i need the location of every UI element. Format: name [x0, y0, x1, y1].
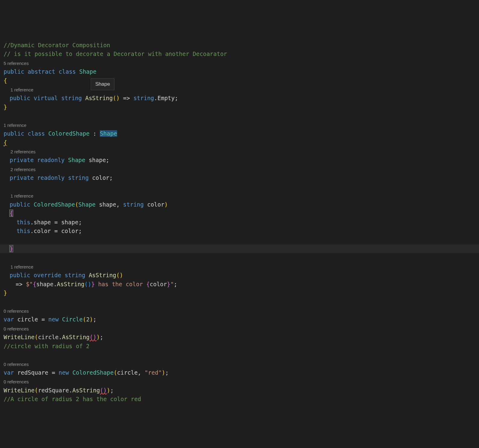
field-color: color — [34, 228, 51, 234]
param-color: color — [61, 228, 78, 234]
keyword-string: string — [61, 95, 82, 101]
type-coloredshape: ColoredShape — [72, 369, 114, 376]
error-squiggle: () — [90, 334, 96, 340]
keyword-public: public — [10, 95, 30, 101]
codelens-0-references[interactable]: 0 references — [4, 308, 29, 314]
keyword-class: class — [59, 68, 76, 75]
string-interp-open: $" — [26, 281, 33, 287]
method-asstring: AsString — [89, 272, 116, 278]
keyword-var: var — [4, 369, 14, 376]
keyword-readonly: readonly — [37, 157, 65, 163]
keyword-readonly: readonly — [37, 174, 65, 181]
codelens-0-references[interactable]: 0 references — [4, 362, 29, 367]
type-coloredshape: ColoredShape — [48, 130, 90, 137]
keyword-abstract: abstract — [28, 68, 55, 75]
var-redsquare: redSquare — [17, 369, 48, 376]
paren: () — [113, 95, 120, 101]
method-writeline: WriteLine — [4, 387, 35, 394]
type-shape-base: Shape — [100, 130, 117, 137]
keyword-string: string — [123, 201, 144, 208]
brace-close: } — [4, 104, 7, 110]
ctor-coloredshape: ColoredShape — [34, 201, 75, 208]
brace-close: } — [4, 290, 7, 296]
type-circle: Circle — [62, 316, 83, 323]
codelens-2-references[interactable]: 2 references — [11, 167, 35, 172]
keyword-public: public — [10, 272, 30, 278]
var-circle: circle — [38, 334, 59, 340]
brace-open: { — [4, 77, 7, 84]
brace-open: { — [10, 210, 13, 216]
method-asstring: AsString — [62, 334, 90, 340]
brace-close: } — [10, 245, 13, 252]
comment: // is it possible to decorate a Decorato… — [4, 51, 227, 57]
field-color: color — [150, 281, 167, 287]
semicolon: ; — [175, 95, 178, 101]
field-shape: shape — [34, 219, 51, 226]
number-2: 2 — [86, 316, 90, 323]
keyword-string: string — [133, 95, 154, 101]
keyword-virtual: virtual — [34, 95, 58, 101]
string-close: " — [170, 281, 174, 287]
codelens-1-reference[interactable]: 1 reference — [11, 193, 33, 198]
hover-tooltip: Shape — [91, 78, 114, 90]
keyword-private: private — [10, 174, 34, 181]
codelens-2-references[interactable]: 2 references — [11, 149, 35, 154]
keyword-this: this — [17, 219, 30, 226]
keyword-new: new — [59, 369, 69, 376]
method-asstring: AsString — [85, 95, 113, 101]
arrow: => — [16, 281, 23, 287]
var-redsquare: redSquare — [38, 387, 69, 394]
keyword-public: public — [4, 130, 24, 137]
param-shape: shape — [99, 201, 116, 208]
comment: //circle with radius of 2 — [4, 343, 90, 349]
keyword-var: var — [4, 316, 14, 323]
error-squiggle: () — [100, 387, 107, 394]
active-line: } — [0, 244, 479, 253]
string-red: "red" — [145, 369, 162, 376]
type-shape: Shape — [68, 157, 85, 163]
field-shape: shape — [89, 157, 106, 163]
dot: . — [154, 95, 157, 101]
codelens-1-reference[interactable]: 1 reference — [11, 264, 33, 269]
var-circle: circle — [17, 316, 38, 323]
method-asstring: AsString — [57, 281, 84, 287]
keyword-public: public — [10, 201, 30, 208]
brace-open: { — [4, 139, 7, 146]
codelens-1-reference[interactable]: 1 reference — [11, 87, 33, 92]
field-color: color — [92, 174, 109, 181]
codelens-5-references[interactable]: 5 references — [4, 61, 29, 66]
codelens-0-references[interactable]: 0 references — [4, 379, 29, 384]
type-shape: Shape — [79, 68, 96, 75]
arrow: => — [123, 95, 130, 101]
keyword-class: class — [28, 130, 45, 137]
var-circle: circle — [117, 369, 138, 376]
keyword-private: private — [10, 157, 34, 163]
method-writeline: WriteLine — [4, 334, 35, 340]
param-color: color — [147, 201, 164, 208]
member-empty: Empty — [157, 95, 175, 101]
method-asstring: AsString — [72, 387, 100, 394]
tooltip-text: Shape — [95, 81, 110, 87]
comment: //Dynamic Decorator Composition — [4, 42, 110, 48]
field-shape: shape — [36, 281, 53, 287]
keyword-public: public — [4, 68, 24, 75]
keyword-new: new — [48, 316, 59, 323]
type-shape: Shape — [78, 201, 96, 208]
param-shape: shape — [61, 219, 78, 226]
keyword-override: override — [34, 272, 61, 278]
keyword-string: string — [65, 272, 85, 278]
codelens-1-reference[interactable]: 1 reference — [4, 123, 26, 128]
keyword-this: this — [17, 228, 30, 234]
string-mid: has the color — [95, 281, 146, 287]
code-editor[interactable]: //Dynamic Decorator Composition // is it… — [4, 41, 479, 404]
codelens-0-references[interactable]: 0 references — [4, 326, 29, 331]
comment: //A circle of radius 2 has the color red — [4, 396, 141, 402]
keyword-string: string — [68, 174, 89, 181]
